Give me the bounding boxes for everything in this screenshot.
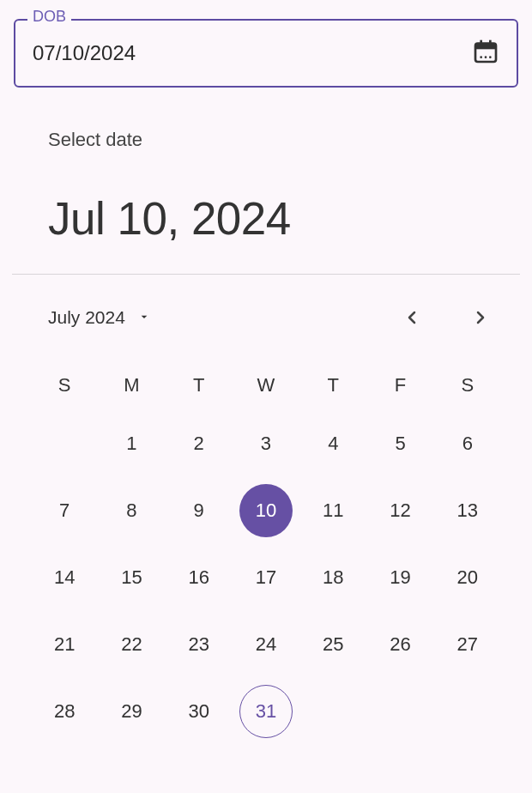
svg-rect-2 [480,40,482,45]
day-14[interactable]: 14 [38,551,91,604]
day-cell: 29 [98,678,165,745]
svg-rect-1 [475,44,496,50]
svg-rect-3 [489,40,492,45]
calendar-grid: SMTWTFS123456789101112131415161718192021… [0,360,532,745]
day-12[interactable]: 12 [374,484,427,537]
day-cell: 31 [233,678,299,745]
day-17[interactable]: 17 [239,551,293,604]
day-cell: 24 [233,611,299,678]
day-cell: 20 [434,544,501,611]
month-year-selector[interactable]: July 2024 [48,307,151,328]
day-6[interactable]: 6 [441,417,494,470]
day-18[interactable]: 18 [306,551,360,604]
day-4[interactable]: 4 [306,417,360,470]
day-cell: 3 [233,410,299,477]
weekday-header: W [233,360,299,410]
day-8[interactable]: 8 [105,484,158,537]
day-cell: 11 [299,477,366,544]
day-cell: 2 [166,410,233,477]
day-16[interactable]: 16 [172,551,226,604]
select-date-label: Select date [48,129,532,151]
weekday-header: S [31,360,98,410]
day-cell: 9 [166,477,233,544]
weekday-header: T [166,360,233,410]
weekday-header: S [434,360,501,410]
day-cell: 21 [31,611,98,678]
day-cell: 6 [434,410,501,477]
weekday-header: T [299,360,366,410]
dropdown-icon [137,307,151,328]
dob-input-container: DOB [14,19,518,88]
day-cell: 28 [31,678,98,745]
day-27[interactable]: 27 [441,618,494,671]
dob-input[interactable] [14,19,518,88]
day-10[interactable]: 10 [239,484,293,537]
day-cell: 27 [434,611,501,678]
day-cell: 16 [166,544,233,611]
day-cell: 13 [434,477,501,544]
day-cell: 1 [98,410,165,477]
day-cell: 25 [299,611,366,678]
month-year-label: July 2024 [48,307,125,328]
day-cell: 19 [366,544,433,611]
day-5[interactable]: 5 [374,417,427,470]
day-cell: 17 [233,544,299,611]
day-28[interactable]: 28 [38,685,91,738]
day-11[interactable]: 11 [306,484,360,537]
day-cell: 22 [98,611,165,678]
day-2[interactable]: 2 [172,417,226,470]
prev-month-button[interactable] [395,300,429,335]
day-29[interactable]: 29 [105,685,158,738]
day-31[interactable]: 31 [239,685,293,738]
day-26[interactable]: 26 [374,618,427,671]
weekday-header: F [366,360,433,410]
day-cell: 12 [366,477,433,544]
dob-label: DOB [27,8,71,26]
day-25[interactable]: 25 [306,618,360,671]
day-cell: 26 [366,611,433,678]
day-cell: 14 [31,544,98,611]
svg-point-6 [489,56,492,58]
day-cell: 7 [31,477,98,544]
day-22[interactable]: 22 [105,618,158,671]
day-3[interactable]: 3 [239,417,293,470]
day-7[interactable]: 7 [38,484,91,537]
svg-point-5 [485,56,487,58]
empty-day-cell [31,410,98,477]
day-24[interactable]: 24 [239,618,293,671]
day-20[interactable]: 20 [441,551,494,604]
day-9[interactable]: 9 [172,484,226,537]
day-15[interactable]: 15 [105,551,158,604]
calendar-icon[interactable] [472,38,499,69]
day-19[interactable]: 19 [374,551,427,604]
day-cell: 18 [299,544,366,611]
day-cell: 10 [233,477,299,544]
svg-point-4 [480,56,482,58]
day-13[interactable]: 13 [441,484,494,537]
day-cell: 15 [98,544,165,611]
day-30[interactable]: 30 [172,685,226,738]
day-23[interactable]: 23 [172,618,226,671]
next-month-button[interactable] [463,300,498,335]
day-cell: 5 [366,410,433,477]
date-picker: Select date Jul 10, 2024 July 2024 SMTWT… [0,129,532,745]
day-cell: 4 [299,410,366,477]
day-21[interactable]: 21 [38,618,91,671]
day-cell: 8 [98,477,165,544]
weekday-header: M [98,360,165,410]
month-navigation: July 2024 [0,275,532,360]
day-1[interactable]: 1 [105,417,158,470]
selected-date-display: Jul 10, 2024 [48,192,532,245]
day-cell: 23 [166,611,233,678]
day-cell: 30 [166,678,233,745]
